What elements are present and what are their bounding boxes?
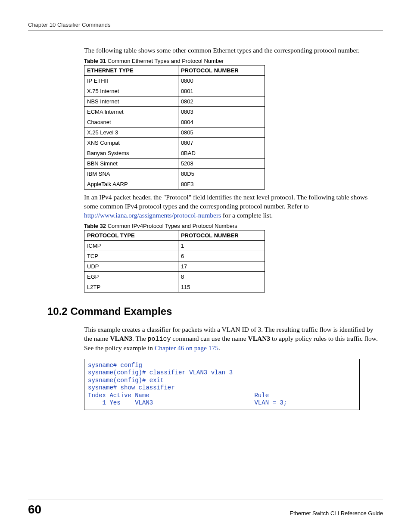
ethernet-type-cell: IP ETHII <box>84 75 178 86</box>
page-footer: 60 Ethernet Switch CLI Reference Guide <box>28 500 383 516</box>
protocol-type-cell: L2TP <box>84 282 178 292</box>
protocol-number-cell: 0800 <box>178 75 265 86</box>
table-row: IBM SNA80D5 <box>84 168 265 179</box>
ethernet-type-cell: X.25 Level 3 <box>84 127 178 137</box>
table-row: X.25 Level 30805 <box>84 127 265 137</box>
table31-caption-text: Common Ethernet Types and Protocol Numbe… <box>106 58 224 64</box>
table32-header-col1: PROTOCOL TYPE <box>84 230 178 240</box>
protocol-type-cell: EGP <box>84 271 178 282</box>
ethernet-type-cell: XNS Compat <box>84 137 178 148</box>
ethernet-type-cell: IBM SNA <box>84 168 178 179</box>
intro-paragraph-1: The following table shows some other com… <box>84 46 383 55</box>
intro-paragraph-2: In an IPv4 packet header, the "Protocol"… <box>84 193 383 220</box>
table-row: L2TP115 <box>84 282 265 292</box>
table32-caption-text: Common IPv4Protocol Types and Protocol N… <box>106 223 237 229</box>
example-text5: . <box>218 344 220 352</box>
table31-caption-label: Table 31 <box>84 58 106 64</box>
page-header: Chapter 10 Classifier Commands <box>28 22 383 31</box>
table-row: EGP8 <box>84 271 265 282</box>
protocol-type-cell: UDP <box>84 261 178 271</box>
ethernet-type-cell: ECMA Internet <box>84 106 178 117</box>
protocol-number-cell: 5208 <box>178 158 265 168</box>
protocol-number-cell: 0802 <box>178 96 265 106</box>
example-text2: . The <box>132 335 147 342</box>
main-content: The following table shows some other com… <box>28 46 383 292</box>
protocol-number-cell: 0BAD <box>178 148 265 158</box>
table-row: TCP6 <box>84 251 265 261</box>
code-example: sysname# config sysname(config)# classif… <box>84 359 360 410</box>
ethernet-type-cell: NBS Internet <box>84 96 178 106</box>
table-row: Chaosnet0804 <box>84 117 265 127</box>
protocol-type-cell: TCP <box>84 251 178 261</box>
table32-caption: Table 32 Common IPv4Protocol Types and P… <box>84 223 383 229</box>
table-row: Banyan Systems0BAD <box>84 148 265 158</box>
table-row: ICMP1 <box>84 240 265 251</box>
chapter-label: Chapter 10 Classifier Commands <box>28 22 110 28</box>
ethernet-type-cell: BBN Simnet <box>84 158 178 168</box>
section-content: This example creates a classifier for pa… <box>28 325 383 410</box>
protocol-number-cell: 0801 <box>178 86 265 96</box>
protocol-number-cell: 17 <box>178 261 265 271</box>
table-row: ECMA Internet0803 <box>84 106 265 117</box>
table32-caption-label: Table 32 <box>84 223 106 229</box>
protocol-number-cell: 0805 <box>178 127 265 137</box>
table-row: UDP17 <box>84 261 265 271</box>
protocol-number-cell: 1 <box>178 240 265 251</box>
protocol-number-cell: 8 <box>178 271 265 282</box>
section-heading: 10.2 Command Examples <box>47 305 383 317</box>
table-row: X.75 Internet0801 <box>84 86 265 96</box>
protocol-number-cell: 0807 <box>178 137 265 148</box>
table-row: NBS Internet0802 <box>84 96 265 106</box>
protocol-number-cell: 80F3 <box>178 179 265 189</box>
table32-header-row: PROTOCOL TYPE PROTOCOL NUMBER <box>84 230 265 240</box>
table31: ETHERNET TYPE PROTOCOL NUMBER IP ETHII08… <box>84 65 265 190</box>
protocol-number-cell: 80D5 <box>178 168 265 179</box>
ethernet-type-cell: Banyan Systems <box>84 148 178 158</box>
intro2-text2: for a complete list. <box>221 212 273 219</box>
example-bold2: VLAN3 <box>248 335 270 342</box>
ethernet-type-cell: X.75 Internet <box>84 86 178 96</box>
example-bold1: VLAN3 <box>110 335 132 342</box>
example-text3: command can use the name <box>171 335 248 342</box>
example-paragraph: This example creates a classifier for pa… <box>84 325 383 353</box>
policy-command: policy <box>147 336 171 343</box>
protocol-number-cell: 0803 <box>178 106 265 117</box>
footer-title: Ethernet Switch CLI Reference Guide <box>290 510 383 516</box>
table-row: XNS Compat0807 <box>84 137 265 148</box>
table31-header-col1: ETHERNET TYPE <box>84 65 178 75</box>
ethernet-type-cell: AppleTalk AARP <box>84 179 178 189</box>
intro2-text1: In an IPv4 packet header, the "Protocol"… <box>84 193 367 210</box>
protocol-type-cell: ICMP <box>84 240 178 251</box>
table-row: IP ETHII0800 <box>84 75 265 86</box>
ethernet-type-cell: Chaosnet <box>84 117 178 127</box>
protocol-number-cell: 0804 <box>178 117 265 127</box>
table31-header-col2: PROTOCOL NUMBER <box>178 65 265 75</box>
protocol-number-cell: 115 <box>178 282 265 292</box>
table-row: AppleTalk AARP80F3 <box>84 179 265 189</box>
table31-header-row: ETHERNET TYPE PROTOCOL NUMBER <box>84 65 265 75</box>
table32-header-col2: PROTOCOL NUMBER <box>178 230 265 240</box>
protocol-number-cell: 6 <box>178 251 265 261</box>
table-row: BBN Simnet5208 <box>84 158 265 168</box>
table32: PROTOCOL TYPE PROTOCOL NUMBER ICMP1TCP6U… <box>84 230 265 292</box>
table31-caption: Table 31 Common Ethernet Types and Proto… <box>84 58 383 64</box>
chapter-xref[interactable]: Chapter 46 on page 175 <box>155 344 218 352</box>
page-number: 60 <box>28 503 41 516</box>
iana-link[interactable]: http://www.iana.org/assignments/protocol… <box>84 212 221 219</box>
